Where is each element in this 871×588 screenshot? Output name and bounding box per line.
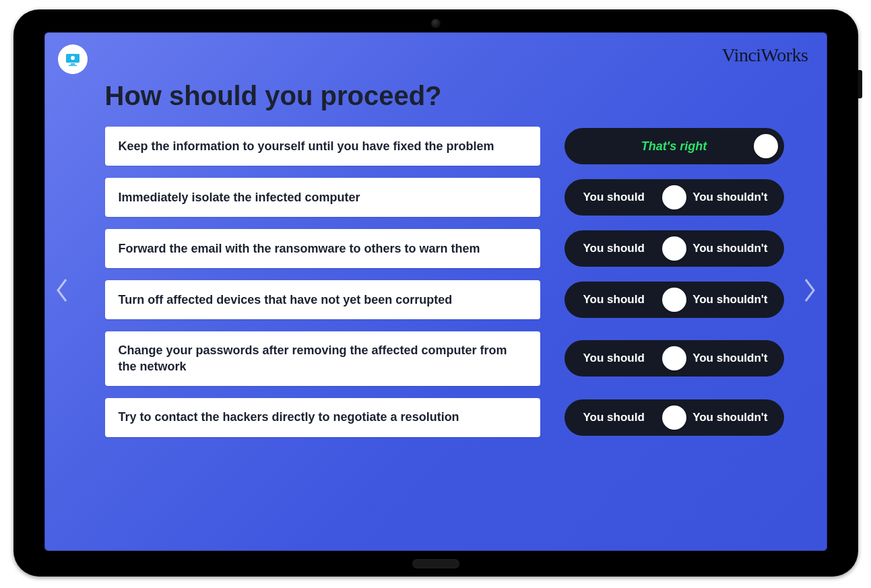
question-row: Immediately isolate the infected compute… bbox=[105, 178, 784, 217]
question-row: Change your passwords after removing the… bbox=[105, 331, 784, 386]
svg-rect-2 bbox=[69, 65, 77, 67]
question-row: Try to contact the hackers directly to n… bbox=[105, 398, 784, 437]
tablet-side-button bbox=[858, 70, 862, 98]
answer-toggle[interactable]: You should That's right You shouldn't bbox=[564, 179, 784, 216]
nav-prev-button[interactable] bbox=[47, 270, 77, 313]
statement-card: Keep the information to yourself until y… bbox=[105, 127, 540, 166]
tablet-home-indicator bbox=[412, 559, 459, 568]
toggle-knob[interactable] bbox=[662, 236, 686, 261]
chevron-left-icon bbox=[54, 277, 70, 304]
toggle-knob[interactable] bbox=[662, 346, 686, 370]
statement-card: Try to contact the hackers directly to n… bbox=[105, 398, 540, 437]
tablet-frame: VinciWorks How should you proceed? Keep … bbox=[13, 9, 858, 577]
toggle-knob[interactable] bbox=[662, 405, 686, 430]
statement-card: Forward the email with the ransomware to… bbox=[105, 229, 540, 268]
app-screen: VinciWorks How should you proceed? Keep … bbox=[44, 32, 827, 551]
answer-toggle[interactable]: You should That's right You shouldn't bbox=[564, 282, 784, 318]
page-title: How should you proceed? bbox=[105, 81, 442, 111]
question-row: Forward the email with the ransomware to… bbox=[105, 229, 784, 268]
monitor-icon bbox=[65, 51, 81, 67]
statement-card: Change your passwords after removing the… bbox=[105, 331, 540, 386]
toggle-knob[interactable] bbox=[662, 185, 686, 209]
toggle-option-shouldnt: You shouldn't bbox=[692, 352, 767, 365]
toggle-feedback-correct: That's right bbox=[564, 139, 784, 154]
toggle-option-should: You should bbox=[583, 191, 645, 204]
toggle-knob[interactable] bbox=[662, 288, 686, 312]
svg-rect-1 bbox=[71, 63, 75, 65]
toggle-option-shouldnt: You shouldn't bbox=[692, 411, 767, 424]
statement-card: Immediately isolate the infected compute… bbox=[105, 178, 540, 217]
toggle-knob[interactable] bbox=[754, 134, 778, 158]
question-list: Keep the information to yourself until y… bbox=[105, 127, 784, 535]
tablet-camera bbox=[431, 19, 441, 28]
topic-icon bbox=[58, 44, 88, 74]
statement-text: Change your passwords after removing the… bbox=[119, 342, 527, 375]
svg-point-3 bbox=[71, 56, 75, 60]
answer-toggle[interactable]: You should That's right You shouldn't bbox=[564, 128, 784, 164]
statement-text: Immediately isolate the infected compute… bbox=[119, 189, 360, 205]
toggle-option-should: You should bbox=[583, 293, 645, 306]
question-row: Keep the information to yourself until y… bbox=[105, 127, 784, 166]
answer-toggle[interactable]: You should That's right You shouldn't bbox=[564, 399, 784, 436]
toggle-option-shouldnt: You shouldn't bbox=[692, 242, 767, 255]
statement-text: Turn off affected devices that have not … bbox=[119, 292, 453, 308]
statement-text: Try to contact the hackers directly to n… bbox=[119, 409, 459, 425]
toggle-option-should: You should bbox=[583, 242, 645, 255]
toggle-option-shouldnt: You shouldn't bbox=[692, 191, 767, 204]
statement-text: Forward the email with the ransomware to… bbox=[119, 240, 480, 257]
brand-logo: VinciWorks bbox=[722, 44, 808, 66]
toggle-option-should: You should bbox=[583, 411, 645, 424]
statement-text: Keep the information to yourself until y… bbox=[119, 138, 494, 154]
answer-toggle[interactable]: You should That's right You shouldn't bbox=[564, 230, 784, 267]
answer-toggle[interactable]: You should That's right You shouldn't bbox=[564, 340, 784, 377]
brand-text: VinciWorks bbox=[722, 44, 808, 65]
question-row: Turn off affected devices that have not … bbox=[105, 280, 784, 319]
statement-card: Turn off affected devices that have not … bbox=[105, 280, 540, 319]
chevron-right-icon bbox=[802, 277, 818, 304]
toggle-option-shouldnt: You shouldn't bbox=[692, 293, 767, 306]
nav-next-button[interactable] bbox=[795, 270, 825, 313]
toggle-option-should: You should bbox=[583, 352, 645, 365]
